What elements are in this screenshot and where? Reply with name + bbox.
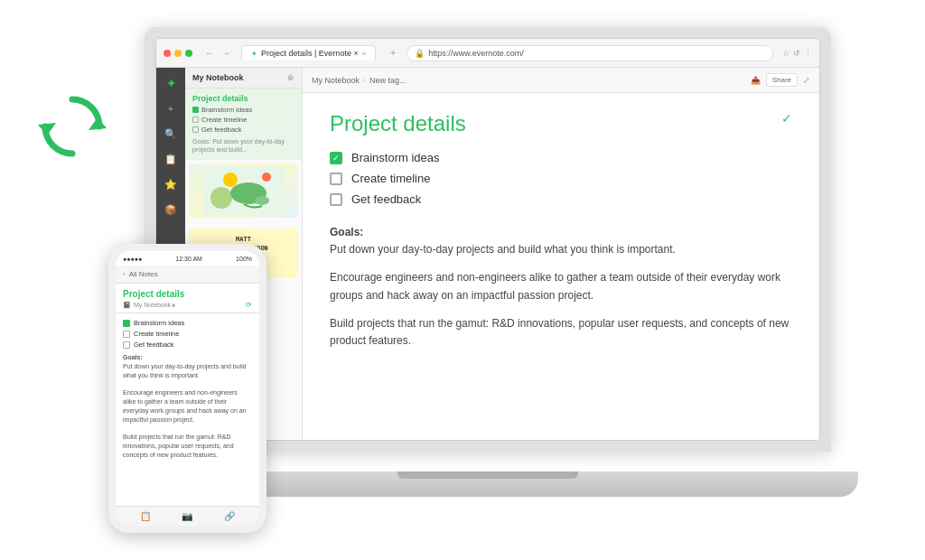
phone-note-title: Project details	[123, 289, 252, 299]
phone-check-label-1: Brainstorm ideas	[134, 319, 184, 327]
note-saved-checkmark: ✓	[781, 111, 792, 126]
phone: ●●●●● 12:30 AM 100% ‹ All Notes Project …	[108, 244, 266, 533]
time-display: 12:30 AM	[175, 256, 202, 262]
main-content: My Notebook › New tag... 📤 Share ⤢	[303, 68, 819, 440]
forward-button[interactable]: →	[220, 47, 232, 60]
checkbox-3[interactable]	[192, 126, 199, 133]
editor-check-label-1: Brainstorm ideas	[351, 151, 440, 164]
sidebar-icon-new[interactable]: +	[161, 98, 181, 118]
note-item-title: Project details	[192, 94, 294, 103]
phone-paragraph-1: Encourage engineers and non-engineers al…	[123, 389, 247, 422]
main-toolbar: My Notebook › New tag... 📤 Share ⤢	[303, 68, 819, 93]
share-icon: 📤	[751, 76, 761, 85]
phone-note-header: Project details 📓 My Notebook ▸ ⟳	[116, 284, 259, 313]
phone-check-label-2: Create timeline	[134, 330, 179, 338]
editor-checklist: ✓ Brainstorm ideas Create timeline Get f…	[330, 151, 792, 206]
checkbox-2[interactable]	[192, 117, 199, 123]
note-editor[interactable]: Project details ✓ ✓ Brainstorm ideas	[303, 93, 819, 440]
browser-tab[interactable]: ✦ Project details | Evernote × ×	[241, 45, 376, 61]
notebook-settings-icon[interactable]: ⊕	[287, 73, 294, 82]
note-thumbnail-dino[interactable]	[185, 160, 302, 225]
url-display: https://www.evernote.com/	[428, 49, 524, 58]
new-tab-button[interactable]: +	[385, 45, 401, 61]
tab-close-icon[interactable]: ×	[362, 50, 367, 58]
note-preview: Goals: Put down your day-to-day projects…	[192, 137, 294, 154]
phone-checkbox-3[interactable]	[123, 341, 130, 349]
traffic-lights	[164, 50, 192, 57]
toolbar-actions: 📤 Share ⤢	[751, 73, 810, 87]
phone-notebook-name: My Notebook ▸	[134, 302, 176, 309]
editor-checkbox-1[interactable]: ✓	[330, 152, 342, 164]
note-checklist: Brainstorm ideas Create timeline Get fee…	[192, 106, 294, 134]
svg-point-5	[255, 196, 269, 205]
paragraph-2: Build projects that run the gamut: R&D i…	[330, 315, 792, 350]
editor-check-item-2: Create timeline	[330, 172, 792, 185]
phone-checkbox-2[interactable]	[123, 331, 130, 338]
phone-nav-bar: ‹ All Notes	[116, 266, 259, 284]
menu-icon[interactable]: ⋮	[804, 49, 812, 58]
phone-notes-icon[interactable]: 📋	[140, 511, 151, 521]
editor-check-label-3: Get feedback	[351, 192, 421, 206]
phone-attach-icon[interactable]: 🔗	[224, 511, 235, 521]
sidebar-icon-notes[interactable]: 📋	[161, 149, 181, 169]
phone-notebook-icon: 📓	[123, 302, 131, 309]
breadcrumb-separator: ›	[363, 76, 366, 85]
note-body: Goals: Put down your day-to-day projects…	[330, 224, 792, 350]
share-button[interactable]: Share	[766, 73, 798, 87]
paragraph-1: Encourage engineers and non-engineers al…	[330, 269, 792, 303]
svg-marker-1	[38, 123, 56, 135]
address-bar[interactable]: 🔒 https://www.evernote.com/	[406, 45, 773, 61]
phone-status-bar: ●●●●● 12:30 AM 100%	[116, 251, 259, 266]
check-item-1: Brainstorm ideas	[192, 106, 294, 114]
note-item-project-details[interactable]: Project details Brainstorm ideas Create …	[185, 89, 302, 160]
editor-check-item-1: ✓ Brainstorm ideas	[330, 151, 792, 164]
svg-marker-0	[89, 117, 107, 130]
phone-checkbox-1[interactable]	[123, 320, 130, 327]
close-button[interactable]	[164, 50, 171, 57]
phone-goals-text: Put down your day-to-day projects and bu…	[123, 363, 247, 378]
phone-check-item-2: Create timeline	[123, 330, 252, 338]
sidebar-icon-notebooks[interactable]: 📦	[161, 200, 181, 219]
notebook-title: My Notebook	[192, 73, 244, 82]
svg-point-6	[223, 173, 238, 187]
check-item-2: Create timeline	[192, 116, 294, 124]
evernote-logo[interactable]: ✦	[161, 73, 181, 93]
browser-chrome: ← → ✦ Project details | Evernote × × + 🔒…	[156, 39, 819, 68]
back-button[interactable]: ←	[203, 47, 216, 60]
editor-check-item-3: Get feedback	[330, 192, 792, 206]
phone-camera-icon[interactable]: 📷	[182, 511, 192, 521]
refresh-icon[interactable]: ↺	[793, 49, 800, 58]
phone-note-content: Brainstorm ideas Create timeline Get fee…	[116, 313, 259, 506]
breadcrumb: My Notebook › New tag...	[312, 76, 406, 85]
maximize-button[interactable]	[185, 50, 192, 57]
sidebar-icon-search[interactable]: 🔍	[161, 124, 181, 144]
phone-paragraph-2: Build projects that run the gamut: R&D i…	[123, 434, 234, 458]
phone-check-item-1: Brainstorm ideas	[123, 319, 252, 327]
dino-image	[189, 163, 298, 218]
battery-indicator: 100%	[236, 256, 252, 262]
check-label-3: Get feedback	[201, 126, 242, 134]
breadcrumb-tag[interactable]: New tag...	[369, 76, 406, 85]
check-label-1: Brainstorm ideas	[201, 106, 252, 114]
phone-sync-icon[interactable]: ⟳	[246, 301, 252, 309]
notes-header: My Notebook ⊕	[185, 68, 302, 89]
carrier-signal: ●●●●●	[123, 256, 142, 262]
phone-bottom-bar: 📋 📷 🔗	[116, 506, 259, 526]
expand-icon[interactable]: ⤢	[803, 76, 810, 85]
editor-checkbox-3[interactable]	[330, 193, 342, 206]
goals-label: Goals:	[330, 226, 363, 238]
svg-point-3	[210, 187, 232, 209]
minimize-button[interactable]	[174, 50, 182, 57]
phone-notebook[interactable]: 📓 My Notebook ▸ ⟳	[123, 301, 252, 309]
phone-back-icon[interactable]: ‹	[123, 270, 126, 278]
browser-nav: ← →	[203, 47, 232, 60]
phone-check-label-3: Get feedback	[134, 341, 174, 349]
check-item-3: Get feedback	[192, 126, 294, 134]
phone-goals-label: Goals:	[123, 354, 143, 360]
star-icon[interactable]: ☆	[782, 49, 790, 58]
checkbox-1[interactable]	[192, 107, 199, 113]
sidebar-icon-starred[interactable]: ⭐	[161, 174, 181, 194]
breadcrumb-notebook[interactable]: My Notebook	[312, 76, 360, 85]
editor-checkbox-2[interactable]	[330, 173, 342, 185]
sync-icon	[36, 90, 117, 172]
